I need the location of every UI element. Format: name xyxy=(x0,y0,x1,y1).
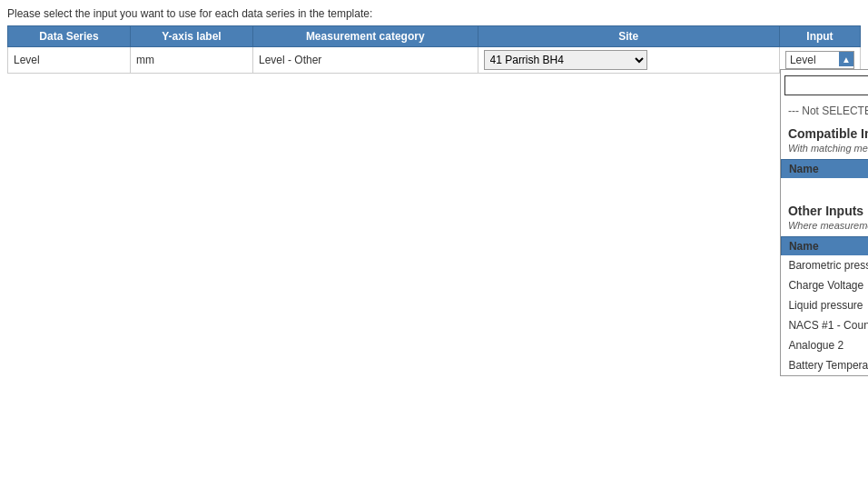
col-header-data-series: Data Series xyxy=(8,26,131,47)
dropdown-arrow-icon: ▲ xyxy=(839,52,853,66)
site-select[interactable]: 41 Parrish BH4 xyxy=(484,50,647,70)
page-container: Please select the input you want to use … xyxy=(0,0,868,478)
other-name-nacs: NACS #1 - Counter xyxy=(781,315,868,335)
cell-input: Level ▲ --- Not SELECTED --- Compatible xyxy=(779,47,860,74)
compatible-inputs-subtitle: With matching measurement categories. Me… xyxy=(781,143,868,159)
other-row-liquid[interactable]: Liquid pressure kPa Pressure - Other 1 m… xyxy=(781,295,868,315)
other-row-analogue2[interactable]: Analogue 2 kPa Pressure - Other A2 Analo… xyxy=(781,335,868,355)
other-row-charge[interactable]: Charge Voltage 1 hr Charge Voltage xyxy=(781,275,868,295)
col-header-measurement: Measurement category xyxy=(252,26,478,47)
compatible-col-name: Name xyxy=(781,160,868,179)
other-col-name: Name xyxy=(781,237,868,256)
cell-site: 41 Parrish BH4 xyxy=(478,47,779,74)
other-row-barometric[interactable]: Barometric pressure hPa Pressure - Air 1… xyxy=(781,255,868,275)
other-name-barometric: Barometric pressure xyxy=(781,255,868,275)
input-dropdown-panel: --- Not SELECTED --- Compatible Inputs W… xyxy=(780,69,868,376)
cell-data-series: Level xyxy=(8,47,131,74)
other-name-analogue2: Analogue 2 xyxy=(781,335,868,355)
table-row: Level mm Level - Other 41 Parrish BH4 Le… xyxy=(8,47,861,74)
col-header-site: Site xyxy=(478,26,779,47)
compatible-row-level[interactable]: Level m Level - Other Calculated Input V… xyxy=(781,178,868,198)
input-dropdown-trigger[interactable]: Level ▲ xyxy=(785,51,854,69)
other-inputs-title: Other Inputs xyxy=(781,198,868,220)
other-inputs-table: Name Unit Logging Type Barometric pressu… xyxy=(781,236,868,375)
instruction-text: Please select the input you want to use … xyxy=(7,7,861,20)
compatible-inputs-title: Compatible Inputs xyxy=(781,121,868,143)
other-name-liquid: Liquid pressure xyxy=(781,295,868,315)
col-header-y-axis: Y-axis label xyxy=(130,26,252,47)
other-inputs-subtitle: Where measurement category has not been … xyxy=(781,220,868,236)
other-name-battery: Battery Temperature xyxy=(781,355,868,375)
col-header-input: Input xyxy=(779,26,860,47)
compatible-inputs-table: Name Unit Logging Type Level m Level - O… xyxy=(781,159,868,198)
not-selected-label[interactable]: --- Not SELECTED --- xyxy=(781,101,868,121)
search-input[interactable] xyxy=(784,75,868,95)
compatible-name-level: Level xyxy=(781,178,868,198)
other-row-nacs[interactable]: NACS #1 - Counter mi/h Wind Speed 15 min… xyxy=(781,315,868,335)
other-row-battery[interactable]: Battery Temperature Battery Temperature xyxy=(781,355,868,375)
other-name-charge: Charge Voltage xyxy=(781,275,868,295)
cell-y-axis: mm xyxy=(130,47,252,74)
main-table: Data Series Y-axis label Measurement cat… xyxy=(7,25,861,74)
cell-measurement-category: Level - Other xyxy=(252,47,478,74)
